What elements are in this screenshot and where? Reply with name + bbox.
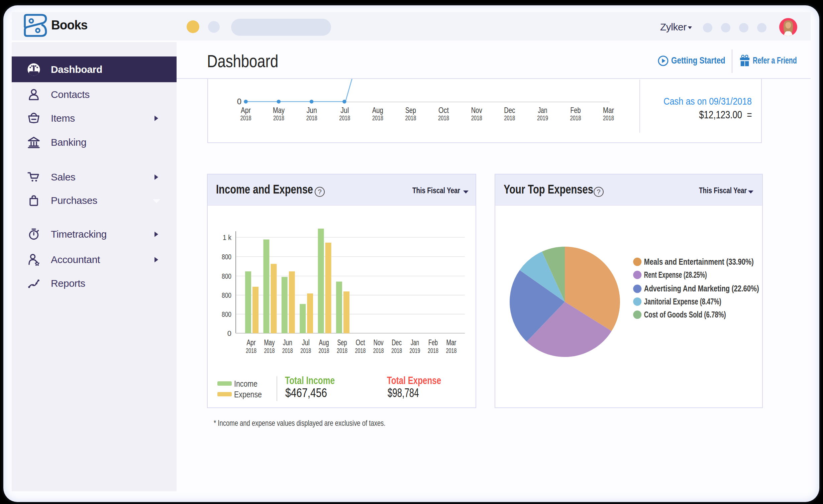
svg-text:1 k: 1 k [223, 233, 232, 242]
svg-text:2018: 2018 [319, 347, 329, 354]
svg-text:Oct: Oct [355, 338, 365, 347]
svg-text:2018: 2018 [355, 347, 366, 354]
svg-text:2018: 2018 [391, 347, 402, 354]
svg-text:2018: 2018 [337, 347, 347, 354]
svg-text:Dec: Dec [504, 106, 515, 115]
svg-text:Sep: Sep [405, 106, 416, 115]
svg-text:2018: 2018 [504, 114, 515, 122]
svg-text:Mar: Mar [603, 106, 614, 115]
svg-text:2018: 2018 [282, 347, 293, 354]
svg-text:2018: 2018 [273, 114, 284, 122]
svg-text:2018: 2018 [240, 114, 251, 122]
svg-text:2018: 2018 [471, 114, 482, 122]
svg-text:May: May [264, 338, 275, 347]
svg-text:May: May [273, 106, 285, 115]
svg-text:Jan: Jan [411, 338, 419, 347]
svg-text:2018: 2018 [570, 114, 581, 122]
svg-text:Janitorial Expense (8.47%): Janitorial Expense (8.47%) [644, 296, 721, 306]
svg-text:Mar: Mar [446, 338, 456, 347]
svg-text:Sep: Sep [337, 338, 347, 347]
svg-text:Aug: Aug [319, 338, 329, 347]
svg-text:800: 800 [222, 253, 231, 261]
svg-text:0: 0 [237, 97, 241, 106]
svg-text:2018: 2018 [339, 114, 350, 122]
svg-text:2018: 2018 [603, 114, 614, 122]
svg-text:Aug: Aug [372, 106, 383, 115]
svg-text:2019: 2019 [410, 347, 420, 354]
svg-text:800: 800 [222, 310, 231, 319]
svg-text:800: 800 [222, 291, 231, 299]
svg-text:2018: 2018 [246, 347, 256, 354]
svg-text:2018: 2018 [264, 347, 275, 354]
svg-text:2018: 2018 [306, 114, 317, 122]
svg-text:Dec: Dec [392, 338, 402, 347]
svg-text:0: 0 [227, 329, 231, 338]
svg-text:2018: 2018 [372, 114, 383, 122]
svg-text:2018: 2018 [373, 347, 384, 354]
svg-text:Cost of Goods Sold (6.78%): Cost of Goods Sold (6.78%) [644, 309, 726, 320]
svg-text:Jun: Jun [283, 338, 292, 347]
svg-text:Jul: Jul [340, 106, 349, 115]
svg-text:Jul: Jul [302, 338, 310, 347]
svg-text:2018: 2018 [428, 347, 438, 354]
svg-text:2019: 2019 [537, 114, 548, 122]
svg-text:2018: 2018 [438, 114, 449, 122]
svg-text:Apr: Apr [241, 106, 251, 115]
svg-text:Jun: Jun [307, 106, 317, 115]
svg-text:Jan: Jan [538, 106, 547, 115]
svg-text:Feb: Feb [428, 338, 438, 347]
svg-text:Feb: Feb [571, 106, 581, 115]
svg-text:800: 800 [222, 272, 231, 280]
svg-text:Apr: Apr [247, 338, 256, 347]
svg-text:Nov: Nov [471, 106, 482, 115]
svg-text:Oct: Oct [438, 106, 449, 115]
svg-text:2018: 2018 [300, 347, 311, 354]
svg-text:Meals and Entertainment (33.90: Meals and Entertainment (33.90%) [644, 257, 754, 267]
svg-text:Rent Expense (28.25%): Rent Expense (28.25%) [644, 270, 707, 280]
svg-text:Nov: Nov [374, 338, 384, 347]
svg-text:Advertising And Marketing (22.: Advertising And Marketing (22.60%) [644, 283, 759, 293]
svg-text:2018: 2018 [405, 114, 416, 122]
svg-text:2018: 2018 [446, 347, 456, 354]
